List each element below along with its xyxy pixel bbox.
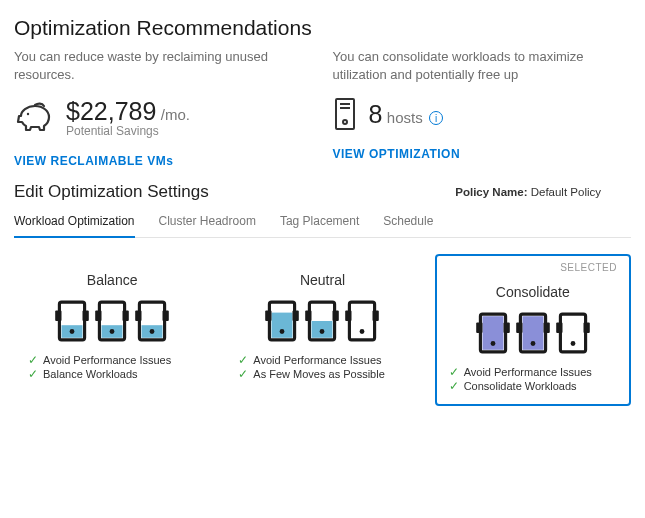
consolidate-description: You can consolidate workloads to maximiz… — [333, 48, 603, 83]
hosts-unit: hosts — [387, 109, 423, 126]
svg-rect-12 — [272, 313, 293, 338]
benefit-text: Consolidate Workloads — [464, 380, 577, 392]
consolidate-servers-graphic — [449, 312, 617, 354]
consolidate-panel: You can consolidate workloads to maximiz… — [333, 44, 632, 168]
recommendations-row: You can reduce waste by reclaiming unuse… — [14, 44, 631, 168]
tab-cluster-headroom[interactable]: Cluster Headroom — [159, 208, 256, 237]
check-icon: ✓ — [449, 366, 459, 378]
savings-unit: /mo. — [161, 106, 190, 123]
svg-point-0 — [27, 112, 29, 114]
reclaim-description: You can reduce waste by reclaiming unuse… — [14, 48, 284, 83]
hosts-value: 8 — [369, 100, 383, 128]
option-neutral[interactable]: Neutral ✓Avoid Performance Issues ✓As Fe… — [224, 254, 420, 406]
consolidate-metric: 8 hosts i — [333, 97, 632, 131]
reclaim-panel: You can reduce waste by reclaiming unuse… — [14, 44, 313, 168]
piggybank-icon — [14, 101, 54, 135]
view-reclaimable-vms-link[interactable]: VIEW RECLAIMABLE VMs — [14, 154, 313, 168]
tab-schedule[interactable]: Schedule — [383, 208, 433, 237]
savings-value: $22,789 — [66, 97, 156, 125]
check-icon: ✓ — [238, 354, 248, 366]
optimization-options: Balance ✓Avoid Performance Issues ✓Balan… — [14, 254, 631, 406]
benefit-text: As Few Moves as Possible — [253, 368, 384, 380]
check-icon: ✓ — [238, 368, 248, 380]
benefit-text: Balance Workloads — [43, 368, 138, 380]
view-optimization-link[interactable]: VIEW OPTIMIZATION — [333, 147, 632, 161]
policy-label: Policy Name: — [455, 186, 527, 198]
check-icon: ✓ — [449, 380, 459, 392]
tab-tag-placement[interactable]: Tag Placement — [280, 208, 359, 237]
policy-value: Default Policy — [531, 186, 601, 198]
check-icon: ✓ — [28, 368, 38, 380]
option-title: Consolidate — [449, 284, 617, 300]
neutral-servers-graphic — [238, 300, 406, 342]
tab-workload-optimization[interactable]: Workload Optimization — [14, 208, 135, 238]
option-balance[interactable]: Balance ✓Avoid Performance Issues ✓Balan… — [14, 254, 210, 406]
option-consolidate[interactable]: SELECTED Consolidate ✓Avoid Performance … — [435, 254, 631, 406]
settings-tabs: Workload Optimization Cluster Headroom T… — [14, 208, 631, 238]
option-title: Balance — [28, 272, 196, 288]
option-title: Neutral — [238, 272, 406, 288]
balance-servers-graphic — [28, 300, 196, 342]
benefit-text: Avoid Performance Issues — [43, 354, 171, 366]
benefit-text: Avoid Performance Issues — [253, 354, 381, 366]
savings-sublabel: Potential Savings — [66, 124, 190, 138]
benefit-text: Avoid Performance Issues — [464, 366, 592, 378]
svg-point-4 — [343, 120, 347, 124]
page-title: Optimization Recommendations — [14, 16, 631, 40]
reclaim-metric: $22,789 /mo. Potential Savings — [14, 97, 313, 138]
host-icon — [333, 97, 357, 131]
selected-badge: SELECTED — [560, 262, 617, 273]
info-icon[interactable]: i — [429, 111, 443, 125]
check-icon: ✓ — [28, 354, 38, 366]
